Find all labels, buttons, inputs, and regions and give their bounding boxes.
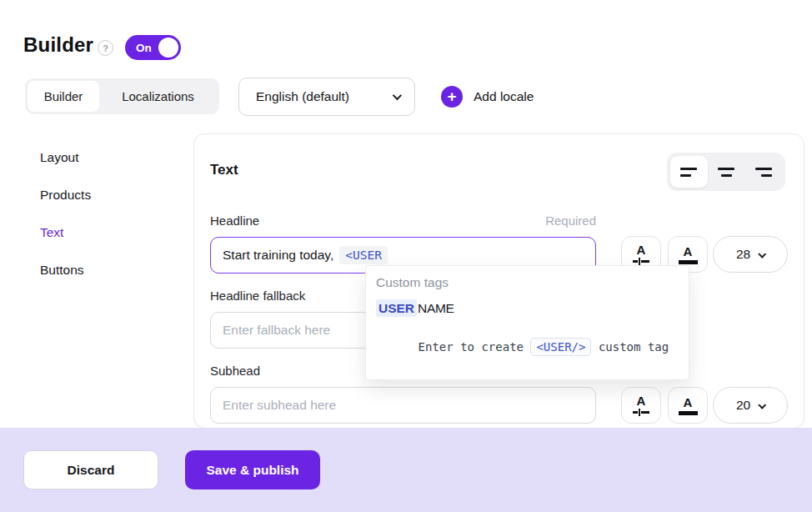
text-alignment-group (667, 153, 785, 191)
chevron-down-icon (758, 249, 766, 258)
headline-font-size-value: 28 (736, 247, 750, 262)
toggle-knob (158, 38, 178, 58)
headline-fallback-label: Headline fallback (210, 289, 305, 303)
tab-builder[interactable]: Builder (28, 81, 99, 112)
subhead-text-color-button[interactable]: A (668, 387, 708, 424)
chevron-down-icon (393, 91, 402, 100)
headline-value: Start training today, (223, 248, 333, 263)
page-title: Builder (23, 33, 93, 57)
action-bar: Discard Save & publish (0, 428, 812, 512)
text-color-icon: A (679, 245, 698, 264)
view-tabs: Builder Localizations (25, 78, 219, 114)
sidebar-item-buttons[interactable]: Buttons (40, 263, 84, 278)
tab-localizations[interactable]: Localizations (99, 81, 217, 112)
chevron-down-icon (758, 400, 766, 409)
builder-on-toggle[interactable]: On (125, 35, 181, 60)
align-right-button[interactable] (744, 156, 782, 188)
hint-prefix: Enter to create (419, 340, 531, 354)
subhead-letter-spacing-button[interactable]: A (621, 387, 661, 424)
language-select-value: English (default) (256, 89, 393, 104)
align-center-button[interactable] (708, 156, 745, 188)
letter-spacing-icon: A (633, 394, 650, 416)
hint-suffix: custom tag (591, 340, 669, 354)
dropdown-header: Custom tags (374, 275, 680, 290)
suggestion-rest: NAME (418, 301, 454, 315)
plus-icon: + (441, 86, 463, 108)
discard-button[interactable]: Discard (23, 450, 158, 489)
text-color-icon: A (679, 396, 698, 415)
hint-tag-chip: <USER/> (530, 338, 591, 356)
letter-spacing-icon: A (633, 243, 650, 265)
save-publish-button[interactable]: Save & publish (185, 450, 320, 489)
subhead-font-size-value: 20 (736, 398, 750, 413)
headline-label-row: Headline Required (210, 213, 596, 228)
suggestion-match: USER (376, 299, 417, 317)
headline-tag-token: <USER (339, 246, 388, 264)
custom-tag-dropdown: Custom tags USERNAME Enter to create <US… (365, 265, 689, 380)
subhead-font-size-select[interactable]: 20 (713, 387, 788, 424)
dropdown-hint: Enter to create <USER/> custom tag (374, 327, 680, 367)
help-icon[interactable]: ? (98, 40, 113, 56)
required-badge: Required (545, 213, 596, 228)
add-locale-button[interactable]: + Add locale (441, 86, 534, 108)
subhead-label: Subhead (210, 364, 260, 378)
align-center-icon (718, 168, 734, 177)
headline-label: Headline (210, 213, 259, 228)
headline-font-size-select[interactable]: 28 (713, 236, 788, 273)
sidebar-item-products[interactable]: Products (40, 188, 91, 203)
align-left-icon (680, 168, 697, 177)
align-left-button[interactable] (670, 156, 708, 188)
subhead-input[interactable] (210, 387, 596, 424)
language-select[interactable]: English (default) (238, 78, 415, 116)
builder-page: Builder ? On Builder Localizations Engli… (0, 0, 812, 512)
sidebar-item-text[interactable]: Text (40, 225, 63, 240)
panel-title: Text (210, 162, 238, 178)
align-right-icon (755, 168, 772, 177)
sidebar-item-layout[interactable]: Layout (40, 150, 79, 165)
add-locale-label: Add locale (474, 89, 534, 104)
toggle-label: On (136, 42, 152, 54)
tag-suggestion-username[interactable]: USERNAME (374, 301, 680, 316)
